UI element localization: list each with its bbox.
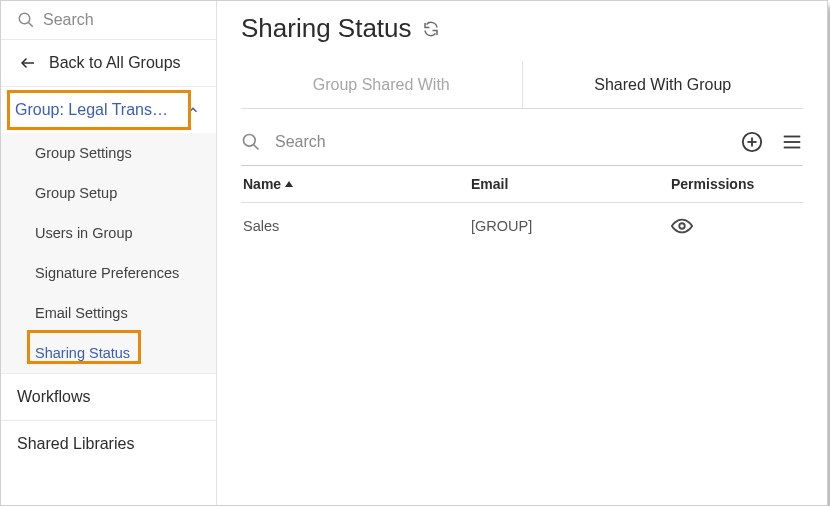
sidebar-item-label: Sharing Status [35, 345, 130, 361]
sidebar-item-group-settings[interactable]: Group Settings [1, 133, 216, 173]
sidebar-item-label: Shared Libraries [17, 435, 134, 452]
sidebar-item-signature-preferences[interactable]: Signature Preferences [1, 253, 216, 293]
back-to-all-groups[interactable]: Back to All Groups [1, 40, 216, 87]
column-header-permissions[interactable]: Permissions [671, 176, 803, 192]
eye-icon [671, 215, 693, 237]
column-label: Email [471, 176, 508, 192]
main-content: Sharing Status Group Shared With Shared … [217, 1, 827, 505]
search-icon [241, 132, 261, 152]
toolbar-actions [741, 131, 803, 153]
table-row[interactable]: Sales [GROUP] [241, 203, 803, 249]
sidebar-search-placeholder: Search [43, 11, 94, 29]
menu-button[interactable] [781, 131, 803, 153]
svg-point-0 [19, 13, 30, 24]
svg-point-3 [244, 135, 256, 147]
sidebar-item-label: Workflows [17, 388, 91, 405]
tabs: Group Shared With Shared With Group [241, 62, 803, 109]
svg-point-11 [679, 223, 685, 229]
plus-circle-icon [741, 131, 763, 153]
sidebar-item-shared-libraries[interactable]: Shared Libraries [1, 420, 216, 467]
svg-line-1 [28, 22, 33, 27]
sidebar-item-group-setup[interactable]: Group Setup [1, 173, 216, 213]
hamburger-icon [781, 131, 803, 153]
toolbar: Search [241, 109, 803, 165]
column-header-email[interactable]: Email [471, 176, 671, 192]
sidebar-item-email-settings[interactable]: Email Settings [1, 293, 216, 333]
column-label: Name [243, 176, 281, 192]
sidebar-item-label: Users in Group [35, 225, 133, 241]
app-root: Search Back to All Groups Group: Legal T… [0, 0, 828, 506]
group-header-label: Group: Legal Transacti… [15, 101, 170, 119]
column-header-name[interactable]: Name [241, 176, 471, 192]
sidebar: Search Back to All Groups Group: Legal T… [1, 1, 217, 505]
tab-label: Group Shared With [313, 76, 450, 93]
tab-label: Shared With Group [594, 76, 731, 93]
tab-group-shared-with[interactable]: Group Shared With [241, 62, 523, 108]
column-label: Permissions [671, 176, 754, 192]
add-button[interactable] [741, 131, 763, 153]
cell-name: Sales [241, 218, 471, 234]
table-header: Name Email Permissions [241, 166, 803, 203]
sidebar-item-label: Email Settings [35, 305, 128, 321]
sidebar-item-sharing-status[interactable]: Sharing Status [1, 333, 216, 373]
arrow-left-icon [19, 54, 37, 72]
cell-permissions [671, 215, 803, 237]
sidebar-item-users-in-group[interactable]: Users in Group [1, 213, 216, 253]
chevron-up-icon [186, 103, 200, 117]
group-header[interactable]: Group: Legal Transacti… [1, 87, 216, 133]
back-label: Back to All Groups [49, 54, 181, 72]
tab-shared-with-group[interactable]: Shared With Group [523, 62, 804, 108]
share-table: Name Email Permissions Sales [GROUP] [241, 165, 803, 249]
refresh-icon[interactable] [422, 20, 440, 38]
sidebar-item-workflows[interactable]: Workflows [1, 373, 216, 420]
sidebar-item-label: Signature Preferences [35, 265, 179, 281]
main-search-placeholder: Search [275, 133, 326, 151]
page-title: Sharing Status [241, 13, 412, 44]
sort-ascending-icon [285, 181, 293, 187]
sidebar-search[interactable]: Search [1, 1, 216, 40]
search-icon [17, 11, 35, 29]
main-search[interactable]: Search [241, 132, 729, 152]
sidebar-item-label: Group Settings [35, 145, 132, 161]
group-subitems: Group Settings Group Setup Users in Grou… [1, 133, 216, 373]
cell-email: [GROUP] [471, 218, 671, 234]
svg-line-4 [254, 145, 259, 150]
sidebar-item-label: Group Setup [35, 185, 117, 201]
page-title-row: Sharing Status [241, 1, 803, 62]
